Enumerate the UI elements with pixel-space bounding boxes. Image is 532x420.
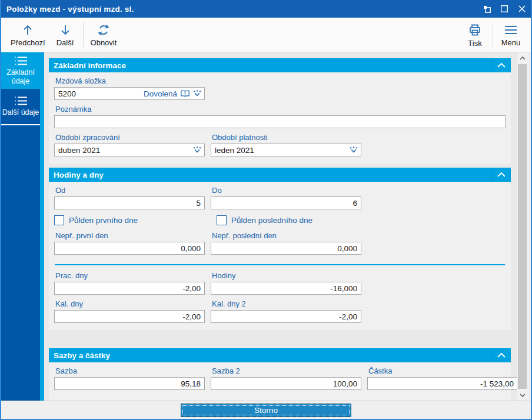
arrow-up-icon [21, 24, 34, 36]
list-icon [13, 56, 28, 66]
print-button[interactable]: Tisk [460, 21, 490, 49]
scroll-up-button[interactable] [517, 52, 527, 64]
mzdova-slozka-name: Dovolená [144, 89, 177, 98]
nepr-posledni-den-input[interactable] [211, 242, 361, 255]
titlebar: Položky mezd - výstupní mzd. sl. [1, 0, 531, 18]
arrow-down-icon [59, 24, 72, 36]
scrollbar-thumb[interactable] [518, 64, 527, 389]
section-header[interactable]: Základní informace [49, 58, 511, 72]
right-gutter [527, 52, 531, 401]
close-icon [518, 5, 526, 13]
list-icon [13, 96, 28, 106]
sidebar-tab-zakladni-udaje[interactable]: Základní údaje [1, 52, 40, 89]
section-gap [49, 330, 511, 348]
next-label: Další [56, 38, 74, 47]
section-body: Od Do Půlden prvního dne [49, 182, 511, 330]
obdobi-platnosti-value: leden 2021 [215, 146, 347, 155]
section-body: Sazba Sazba 2 Částka [49, 362, 511, 397]
kal-dny-2-input[interactable] [211, 310, 361, 323]
printer-icon [468, 23, 482, 37]
pulden-prvniho-dne-checkbox[interactable] [54, 215, 64, 225]
refresh-icon [97, 24, 110, 36]
chevron-up-icon [497, 172, 506, 178]
pulden-prvniho-dne-label: Půlden prvního dne [69, 216, 138, 225]
do-label: Do [212, 186, 361, 195]
nepr-prvni-den-input[interactable] [54, 242, 205, 255]
obdobi-platnosti-field[interactable]: leden 2021 [211, 144, 361, 156]
mzdova-slozka-label: Mzdová složka [55, 76, 205, 85]
poznamka-input[interactable] [54, 115, 506, 128]
hamburger-menu-icon [503, 24, 518, 36]
collapse-button[interactable] [491, 168, 511, 182]
dropdown-fan-icon[interactable] [350, 146, 358, 154]
refresh-button[interactable]: Obnovit [86, 21, 122, 49]
scroll-up-icon [520, 56, 526, 60]
mzdova-slozka-field[interactable]: 5200 Dovolená [54, 87, 205, 100]
sidebar-tab-dalsi-udaje[interactable]: Další údaje [1, 89, 40, 125]
maximize-window-button[interactable] [496, 0, 513, 18]
refresh-label: Obnovit [91, 38, 117, 47]
prac-dny-input[interactable] [54, 282, 205, 295]
obdobi-zpracovani-label: Období zpracování [55, 133, 205, 142]
previous-label: Předchozí [11, 38, 45, 47]
form-area: Základní informace Mzdová složka [44, 52, 517, 401]
window-title: Položky mezd - výstupní mzd. sl. [1, 5, 134, 14]
sazba-label: Sazba [55, 366, 205, 375]
section-title: Sazby a částky [49, 351, 110, 360]
obdobi-platnosti-label: Období platnosti [212, 133, 361, 142]
sazba-input[interactable] [54, 377, 205, 390]
pulden-posledniho-dne-checkbox[interactable] [217, 215, 227, 225]
kal-dny-2-label: Kal. dny 2 [212, 299, 361, 308]
footer-bar: Storno [1, 401, 531, 419]
sidebar-accent-strip [40, 52, 44, 401]
section-divider [55, 264, 505, 265]
dropdown-fan-icon[interactable] [193, 146, 201, 154]
sazba-2-label: Sazba 2 [212, 366, 361, 375]
sidebar-tab-label: Základní údaje [1, 68, 40, 85]
previous-button[interactable]: Předchozí [6, 21, 50, 49]
dropdown-fan-icon[interactable] [193, 90, 201, 97]
sazba-2-input[interactable] [211, 377, 361, 390]
obdobi-zpracovani-value: duben 2021 [58, 146, 190, 155]
catalog-book-icon[interactable] [180, 89, 190, 98]
section-hodiny-a-dny: Hodiny a dny Od [49, 168, 511, 330]
section-body: Mzdová složka 5200 Dovolená [49, 72, 511, 164]
collapse-button[interactable] [491, 58, 511, 72]
chevron-up-icon [497, 352, 506, 358]
do-input[interactable] [211, 196, 361, 209]
section-sazby-a-castky: Sazby a částky Sazba [49, 348, 511, 401]
app-window: Položky mezd - výstupní mzd. sl. [0, 0, 532, 420]
restore-icon [483, 5, 491, 14]
kal-dny-input[interactable] [54, 310, 205, 323]
chevron-up-icon [497, 62, 506, 68]
menu-label: Menu [501, 38, 521, 47]
nepr-prvni-den-label: Nepř. první den [55, 231, 205, 240]
castka-label: Částka [368, 366, 517, 375]
restore-window-button[interactable] [478, 0, 496, 18]
section-header[interactable]: Hodiny a dny [49, 168, 511, 182]
toolbar-right-group: Tisk Menu [460, 18, 526, 52]
section-header[interactable]: Sazby a částky [49, 348, 511, 362]
toolbar-separator [83, 22, 84, 47]
scroll-down-button[interactable] [517, 389, 527, 401]
toolbar-separator [493, 22, 493, 47]
collapse-button[interactable] [491, 348, 511, 362]
section-title: Hodiny a dny [49, 171, 104, 179]
pulden-posledniho-dne-label: Půlden posledního dne [231, 216, 312, 225]
print-label: Tisk [468, 39, 481, 48]
close-window-button[interactable] [513, 0, 531, 18]
nepr-posledni-den-label: Nepř. poslední den [212, 231, 361, 240]
next-button[interactable]: Další [50, 21, 81, 49]
menu-button[interactable]: Menu [496, 21, 526, 49]
od-input[interactable] [54, 196, 205, 209]
storno-button[interactable]: Storno [181, 404, 351, 417]
castka-input[interactable] [367, 377, 517, 390]
obdobi-zpracovani-field[interactable]: duben 2021 [54, 144, 205, 156]
section-gap [49, 164, 511, 168]
scroll-down-icon [520, 394, 526, 397]
hodiny-label: Hodiny [212, 271, 361, 280]
vertical-scrollbar[interactable] [517, 52, 527, 401]
section-zakladni-informace: Základní informace Mzdová složka [49, 58, 511, 164]
hodiny-input[interactable] [211, 282, 361, 295]
toolbar: Předchozí Další [1, 18, 531, 52]
